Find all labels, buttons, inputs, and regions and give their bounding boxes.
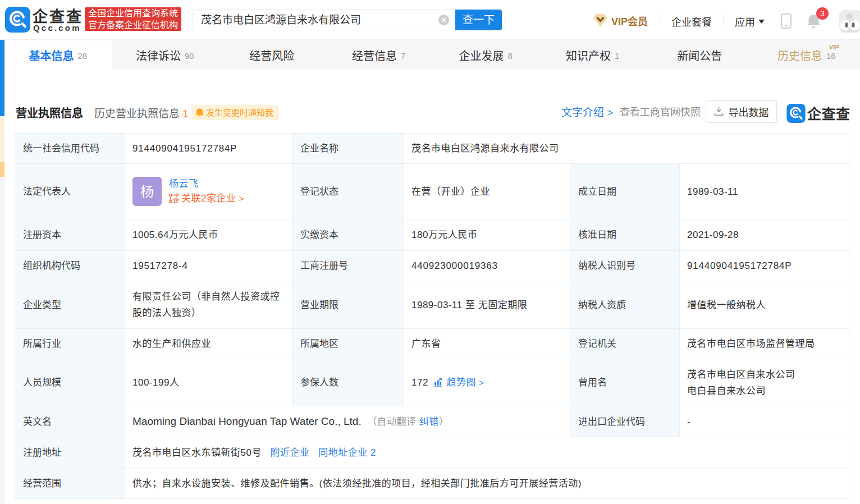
svg-text:企: 企 bbox=[173, 197, 180, 204]
